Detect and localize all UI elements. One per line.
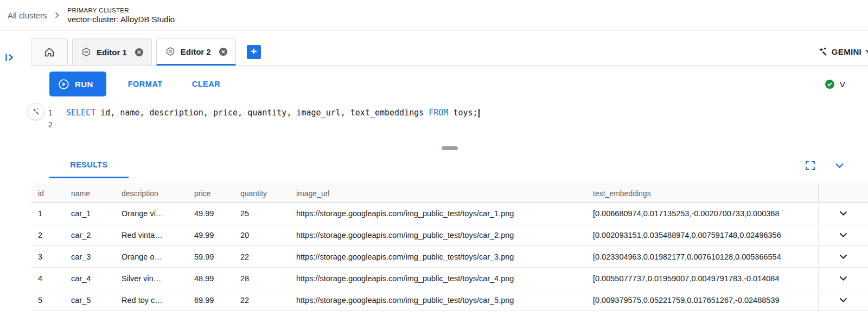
chevron-down-icon (839, 254, 847, 260)
drag-handle[interactable] (442, 146, 458, 150)
row-expand-button[interactable] (818, 224, 868, 246)
table-cell-quantity: 28 (240, 268, 296, 289)
sql-token-plain: id, name, description, price, quantity, … (95, 108, 429, 118)
magic-wand-icon[interactable] (27, 103, 44, 120)
add-tab-button[interactable]: + (247, 45, 261, 59)
editor-tab-bar: Editor 1 Editor 2 + GEMINI (31, 38, 868, 66)
play-circle-icon (58, 79, 69, 90)
home-icon (43, 46, 55, 58)
query-toolbar: RUN FORMAT CLEAR V (31, 66, 868, 102)
table-cell-price: 69.99 (194, 289, 240, 311)
chevron-down-icon (839, 276, 847, 281)
chevron-down-icon (839, 211, 847, 216)
breadcrumb-chevron-icon (53, 11, 61, 20)
gemini-sparkle-icon (818, 47, 828, 57)
table-row: 2car_2Red vinta…49.9920https://storage.g… (31, 224, 868, 246)
row-expand-button[interactable] (818, 203, 868, 224)
table-cell-id: 3 (31, 246, 71, 268)
table-cell-id: 4 (31, 268, 71, 289)
collapse-results-icon[interactable] (835, 163, 844, 169)
table-cell-image_url: https://storage.googleapis.com/img_publi… (296, 268, 593, 289)
chevron-down-icon (865, 49, 868, 54)
table-cell-quantity: 22 (240, 246, 296, 268)
tab-label: Editor 1 (97, 48, 127, 57)
row-expand-button[interactable] (818, 246, 868, 268)
expand-panel-icon[interactable] (5, 53, 16, 62)
database-icon (165, 47, 175, 56)
table-cell-image_url: https://storage.googleapis.com/img_publi… (296, 203, 593, 224)
table-cell-name: car_5 (71, 289, 122, 311)
gemini-label: GEMINI (832, 47, 861, 56)
sql-token-keyword: FROM (429, 108, 448, 118)
cluster-eyebrow: PRIMARY CLUSTER (68, 7, 175, 14)
column-header-id: id (31, 184, 71, 203)
breadcrumb: All clusters PRIMARY CLUSTER vector-clus… (0, 0, 868, 31)
chevron-down-icon (839, 297, 847, 303)
line-number: 2 (31, 119, 53, 131)
breadcrumb-all-clusters[interactable]: All clusters (8, 11, 47, 20)
table-cell-description: Orange o… (122, 246, 194, 268)
sql-token-plain: toys; (448, 108, 477, 118)
table-row: 3car_3Orange o…59.9922https://storage.go… (31, 246, 868, 268)
query-status: V (825, 79, 845, 89)
tab-editor-2[interactable]: Editor 2 (156, 38, 236, 66)
results-header: RESULTS (31, 152, 868, 178)
fullscreen-icon[interactable] (805, 160, 815, 171)
table-cell-name: car_1 (71, 203, 122, 224)
splitter (31, 144, 868, 152)
cluster-info: PRIMARY CLUSTER vector-cluster: AlloyDB … (68, 7, 175, 24)
close-icon[interactable] (219, 47, 228, 56)
clear-button[interactable]: CLEAR (189, 79, 224, 89)
table-row: 1car_1Orange vi…49.9925https://storage.g… (31, 203, 868, 224)
results-table: idnamedescriptionpricequantityimage_urlt… (31, 184, 868, 311)
table-cell-price: 49.99 (194, 224, 240, 246)
sql-line: SELECT id, name, description, price, qua… (66, 108, 478, 118)
table-cell-text_embeddings: [0.0055077737,0.01959007,0.0049791783,-0… (593, 268, 818, 289)
text-cursor (478, 109, 480, 118)
table-cell-description: Red toy c… (122, 289, 194, 311)
table-cell-price: 49.99 (194, 203, 240, 224)
table-cell-quantity: 20 (240, 224, 296, 246)
home-tab[interactable] (31, 38, 68, 66)
table-cell-name: car_4 (71, 268, 122, 289)
tab-label: Editor 2 (181, 47, 211, 56)
table-cell-text_embeddings: [0.006680974,0.017135253,-0.0020700733,0… (593, 203, 818, 224)
results-actions (805, 152, 868, 178)
code-line[interactable]: SELECT id, name, description, price, qua… (66, 106, 480, 131)
column-header-expand (818, 184, 868, 203)
results-table-body: 1car_1Orange vi…49.9925https://storage.g… (31, 203, 868, 311)
close-icon[interactable] (135, 48, 144, 57)
table-cell-description: Orange vi… (122, 203, 194, 224)
table-cell-text_embeddings: [0.009379575,0.05221759,0.017651267,-0.0… (593, 289, 818, 311)
gemini-button[interactable]: GEMINI (818, 47, 868, 57)
tab-results[interactable]: RESULTS (49, 152, 129, 178)
run-label: RUN (75, 80, 93, 89)
table-cell-description: Red vinta… (122, 224, 194, 246)
table-cell-name: car_2 (71, 224, 122, 246)
column-header-text_embeddings: text_embeddings (593, 184, 818, 203)
results-header-row: idnamedescriptionpricequantityimage_urlt… (31, 184, 868, 203)
database-icon (81, 47, 91, 57)
chevron-down-icon (839, 232, 847, 238)
table-cell-image_url: https://storage.googleapis.com/img_publi… (296, 224, 593, 246)
table-cell-price: 59.99 (194, 246, 240, 268)
table-cell-quantity: 25 (240, 203, 296, 224)
side-rail (5, 53, 16, 62)
table-cell-id: 1 (31, 203, 71, 224)
column-header-description: description (122, 184, 194, 203)
row-expand-button[interactable] (818, 289, 868, 311)
row-expand-button[interactable] (818, 268, 868, 289)
table-cell-image_url: https://storage.googleapis.com/img_publi… (296, 289, 593, 311)
sql-token-keyword: SELECT (66, 108, 95, 118)
tab-editor-1[interactable]: Editor 1 (72, 38, 152, 66)
column-header-price: price (194, 184, 240, 203)
status-label: V (840, 80, 845, 89)
check-circle-icon (825, 79, 835, 89)
page-title: vector-cluster: AlloyDB Studio (68, 15, 175, 24)
sql-editor[interactable]: 12 SELECT id, name, description, price, … (31, 102, 868, 144)
table-cell-quantity: 22 (240, 289, 296, 311)
run-button[interactable]: RUN (49, 72, 106, 96)
studio-panel: Editor 1 Editor 2 + GEMINI (31, 38, 868, 311)
table-cell-name: car_3 (71, 246, 122, 268)
format-button[interactable]: FORMAT (125, 79, 166, 89)
